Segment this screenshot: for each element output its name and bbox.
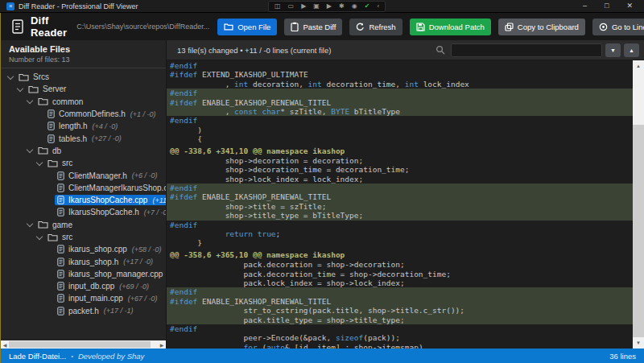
go-to-line-button[interactable]: Go to Line — [592, 19, 644, 35]
node-label: common — [52, 97, 83, 106]
status-ok-icon[interactable]: ✔ — [365, 3, 370, 10]
tree-file-ikarus-shop-manager-cpp[interactable]: ikarus_shop_manager.cpp(+32 / -0) — [1, 268, 166, 280]
diff-line-added: #endif — [167, 287, 633, 296]
find-previous-icon[interactable]: ▲ — [624, 43, 639, 57]
expand-arrow-icon[interactable] — [27, 147, 33, 154]
expand-arrow-icon[interactable] — [17, 86, 23, 93]
maximize-icon[interactable]: □ — [605, 2, 609, 10]
diff-line-context: pack.decoration_time = shop->decoration_… — [167, 270, 633, 278]
tree-file-clientmanagerikarusshop-cpp[interactable]: ClientManagerIkarusShop.cpp(+109 / -0) — [1, 182, 166, 194]
scrollbar-thumb[interactable] — [633, 125, 644, 337]
diff-line-context: pack.lock_index = shop->lock_index; — [167, 278, 633, 287]
open-file-button[interactable]: Open File — [217, 19, 277, 35]
scroll-down-icon[interactable]: ▼ — [633, 337, 644, 349]
tree-file-length-h[interactable]: length.h(+4 / -0) — [1, 120, 166, 132]
node-label: Server — [43, 85, 66, 93]
button-label: Download Patch — [429, 23, 485, 31]
refresh-button[interactable]: Refresh — [349, 19, 402, 35]
scrollbar-track[interactable] — [9, 340, 158, 349]
globe-icon[interactable]: ◉ — [352, 3, 357, 10]
tree-file-clientmanager-h[interactable]: ClientManager.h(+6 / -0) — [1, 169, 166, 181]
expand-arrow-icon[interactable] — [27, 98, 33, 105]
current-file-path: C:\Users\Shay\source\repos\DiffReader... — [76, 23, 209, 31]
tree-folder-src[interactable]: src — [1, 231, 166, 243]
scrollbar-thumb[interactable] — [9, 341, 151, 348]
node-label: ikarus_shop_manager.cpp — [68, 270, 163, 278]
diff-line-context: shop->lock_index = lock_index; — [167, 175, 633, 184]
tree-file-ikarusshopcache-h[interactable]: IkarusShopCache.h(+7 / -0) — [1, 206, 166, 218]
scroll-up-icon[interactable]: ▲ — [633, 60, 644, 72]
file-icon — [47, 122, 55, 130]
diff-line-context: pack.decoration = shop->decoration; — [167, 260, 633, 269]
tree-folder-srcs[interactable]: Srcs — [1, 71, 166, 83]
copy-to-clipboard-button[interactable]: Copy to Clipboard — [498, 19, 585, 35]
node-label: ClientManagerIkarusShop.cpp — [68, 184, 166, 192]
window-title: Diff Reader - Professional Diff Viewer — [19, 2, 138, 10]
diff-vertical-scrollbar[interactable]: ▲ ▼ — [633, 60, 644, 349]
diff-line-context: #endif — [167, 61, 633, 70]
file-icon — [47, 109, 55, 118]
change-stats: (+58 / -0) — [132, 245, 162, 254]
tree-folder-common[interactable]: common — [1, 96, 166, 108]
file-icon — [57, 184, 64, 192]
scrollbar-track[interactable] — [633, 72, 644, 337]
tree-folder-server[interactable]: Server — [1, 83, 166, 95]
expand-arrow-icon[interactable] — [36, 234, 43, 241]
diff-line-context: { — [167, 134, 633, 143]
folder-icon — [38, 146, 48, 155]
settings-icon[interactable]: ✱ — [339, 3, 345, 10]
sidebar-horizontal-scrollbar[interactable]: ◀ ▶ — [1, 340, 166, 349]
diff-line-context: #ifdef EXTEND_IKASHOP_ULTIMATE — [167, 70, 633, 79]
tree-file-ikarus-shop-cpp[interactable]: ikarus_shop.cpp(+58 / -0) — [1, 243, 166, 255]
tree-folder-game[interactable]: game — [1, 219, 166, 231]
pointer-icon[interactable]: ▶ — [301, 3, 306, 10]
diff-line-context: #endif — [167, 221, 633, 229]
find-next-icon[interactable]: ▼ — [605, 43, 621, 57]
expand-arrow-icon[interactable] — [7, 74, 14, 80]
tree-file-input-main-cpp[interactable]: input_main.cpp(+67 / -0) — [1, 292, 166, 304]
tree-file-commondefines-h[interactable]: CommonDefines.h(+1 / -0) — [1, 108, 166, 120]
tree-folder-db[interactable]: db — [1, 145, 166, 157]
collapse-icon[interactable]: ‹ — [377, 3, 379, 10]
diff-line-context: shop->decoration = decoration; — [167, 156, 633, 165]
diff-panel: 13 file(s) changed • +11 / -0 lines (cur… — [166, 40, 644, 349]
diff-line-context: ) — [167, 126, 633, 134]
expand-arrow-icon[interactable] — [27, 221, 33, 228]
button-label: Copy to Clipboard — [518, 23, 579, 31]
paste-diff-button[interactable]: Paste Diff — [284, 19, 342, 35]
node-label: ClientManager.h — [68, 171, 127, 180]
tree-file-packet-h[interactable]: packet.h(+17 / -1) — [1, 305, 166, 317]
close-icon[interactable]: ✕ — [626, 2, 633, 10]
file-icon — [47, 134, 55, 143]
tree-file-ikarus-shop-h[interactable]: ikarus_shop.h(+17 / -0) — [1, 255, 166, 267]
diff-line-added: shop->title = szTitle; — [167, 202, 633, 211]
file-count: Number of files: 13 — [9, 56, 158, 64]
scroll-right-icon[interactable]: ▶ — [158, 340, 166, 349]
search-input[interactable] — [451, 43, 602, 57]
expand-arrow-icon[interactable] — [36, 160, 43, 167]
diff-line-context: return true; — [167, 229, 633, 238]
file-icon — [57, 270, 64, 278]
screen-share-icon[interactable]: ◫ — [275, 3, 281, 10]
window-icon[interactable]: ▣ — [313, 3, 320, 10]
node-label: ikarus_shop.cpp — [68, 245, 127, 254]
tree-file-tables-h[interactable]: tables.h(+27 / -0) — [1, 132, 166, 144]
display-icon[interactable]: ▭ — [288, 3, 295, 10]
diff-line-context: shop->decoration_time = decoration_time; — [167, 165, 633, 174]
file-icon — [57, 171, 64, 180]
node-label: Srcs — [33, 72, 49, 81]
tree-file-input-db-cpp[interactable]: input_db.cpp(+69 / -0) — [1, 280, 166, 292]
tree-folder-src[interactable]: src — [1, 157, 166, 169]
minimize-icon[interactable]: – — [583, 2, 587, 10]
change-stats: (+69 / -0) — [119, 283, 149, 291]
window-controls: – □ ✕ — [583, 2, 639, 10]
download-patch-button[interactable]: Download Patch — [410, 19, 491, 35]
file-icon — [57, 282, 64, 291]
scroll-left-icon[interactable]: ◀ — [1, 340, 9, 349]
tree-file-ikarusshopcache-cpp[interactable]: IkarusShopCache.cpp(+11 / -0) — [1, 194, 166, 206]
app-icon: ≡ — [6, 2, 14, 10]
change-stats: (+11 / -0) — [152, 196, 166, 204]
pointer-alt-icon[interactable]: ▶ — [327, 3, 332, 10]
node-label: db — [52, 146, 61, 155]
node-label: tables.h — [59, 134, 87, 143]
